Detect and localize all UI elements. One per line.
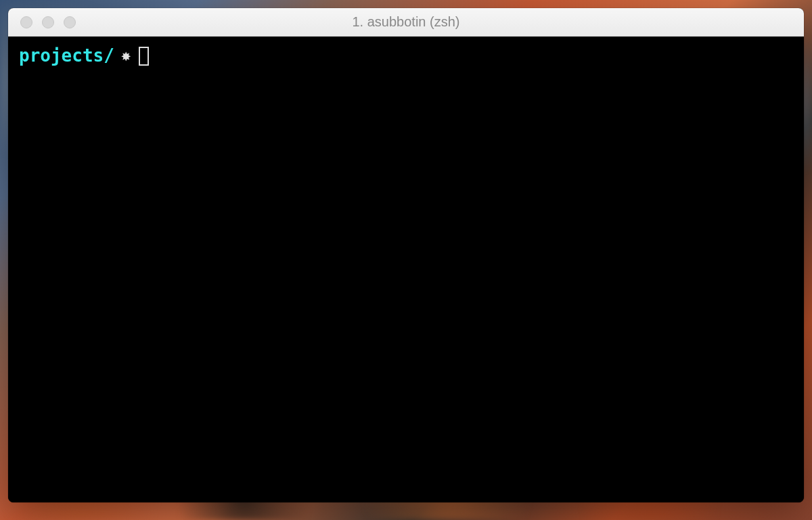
terminal-body[interactable]: projects/ ✸ (8, 37, 804, 502)
traffic-lights (8, 16, 76, 28)
prompt-cwd: projects/ (19, 45, 114, 68)
terminal-cursor (139, 47, 149, 66)
sun-icon: ✸ (121, 45, 131, 66)
minimize-button[interactable] (42, 16, 54, 28)
close-button[interactable] (20, 16, 32, 28)
window-title: 1. asubbotin (zsh) (8, 14, 804, 30)
terminal-window: 1. asubbotin (zsh) projects/ ✸ (8, 8, 804, 502)
zoom-button[interactable] (64, 16, 76, 28)
prompt-line: projects/ ✸ (19, 45, 793, 68)
window-titlebar[interactable]: 1. asubbotin (zsh) (8, 8, 804, 37)
